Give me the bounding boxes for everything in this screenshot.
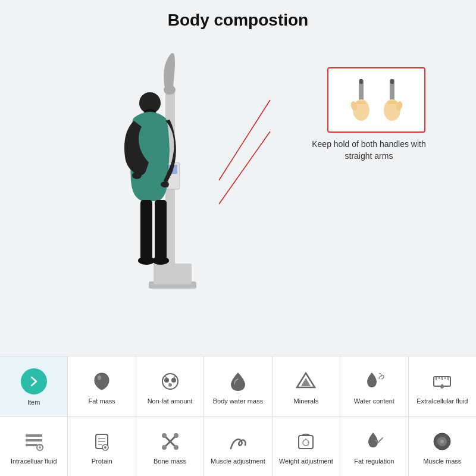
svg-point-60 [162,433,167,438]
menu-item-muscle-mass[interactable]: Muscle mass [409,416,476,476]
svg-rect-64 [299,436,313,449]
non-fat-icon [158,369,182,393]
svg-point-18 [152,256,169,265]
svg-rect-23 [356,101,366,104]
fat-mass-label: Fat mass [89,397,115,405]
extralcellular-icon [430,369,454,393]
protain-icon [90,430,114,453]
menu-item-intracelluar[interactable]: Intracelluar fluid [0,416,68,476]
svg-point-13 [132,172,142,179]
menu-item-minerals[interactable]: Minerals [273,356,340,416]
person-illustration [113,43,220,323]
muscle-mass-icon [430,430,454,453]
intracelluar-icon [22,430,46,453]
instruction-text: Keep hold of both handles with straight … [309,139,428,162]
page: Body compostion [0,0,476,476]
main-area: Keep hold of both handles with straight … [0,35,476,356]
bottom-menus: Item Fat mass [0,356,476,476]
svg-point-70 [440,440,444,443]
muscle-adj-label: Muscle adjustment [211,457,265,465]
svg-point-29 [98,375,101,380]
svg-line-0 [219,100,270,180]
menu-row-1: Item Fat mass [0,356,476,416]
svg-point-61 [174,433,178,438]
menu-item-bone-mass[interactable]: Bone mass [136,416,204,476]
menu-item-non-fat[interactable]: Non-fat amount [136,356,204,416]
handle-left [350,79,372,121]
weight-adj-icon [294,430,318,453]
svg-rect-15 [140,200,152,259]
menu-item-fat-mass[interactable]: Fat mass [68,356,136,416]
zoom-box [327,67,425,133]
header: Body compostion [0,0,476,35]
water-content-label: Water content [354,397,394,405]
menu-item-water-content[interactable]: Water content [340,356,408,416]
svg-rect-28 [387,101,397,104]
active-circle [21,368,47,394]
svg-point-14 [161,181,169,187]
fat-reg-label: Fat regulation [354,457,394,465]
svg-point-32 [171,378,176,383]
page-title: Body compostion [0,11,476,30]
menu-item-body-water[interactable]: Body water mass [204,356,272,416]
svg-line-35 [174,376,176,378]
body-water-icon [226,369,250,393]
menu-item-weight-adj[interactable]: Weight adjustment [273,416,340,476]
svg-point-17 [138,256,155,265]
svg-point-5 [164,85,176,95]
svg-line-1 [219,131,270,204]
protain-label: Protain [92,457,112,465]
muscle-mass-label: Muscle mass [423,457,461,465]
non-fat-label: Non-fat amount [148,397,193,405]
svg-point-62 [162,445,167,450]
svg-rect-20 [359,79,363,84]
bone-mass-label: Bone mass [154,457,186,465]
svg-point-33 [168,383,172,387]
menu-row-2: Intracelluar fluid Protain [0,416,476,476]
svg-rect-3 [154,264,192,284]
svg-rect-25 [390,79,394,84]
svg-rect-44 [26,434,42,437]
menu-item-extralcellular[interactable]: Extralcellular fluid [409,356,476,416]
muscle-adj-icon [226,430,250,453]
weight-adj-label: Weight adjustment [279,457,333,465]
water-content-icon [362,369,386,393]
minerals-label: Minerals [294,397,319,405]
intracelluar-label: Intracelluar fluid [11,457,57,465]
menu-item-item[interactable]: Item [0,356,68,416]
fat-mass-icon [90,369,114,393]
bone-mass-icon [158,430,182,453]
extralcellular-label: Extralcellular fluid [416,397,468,405]
svg-rect-16 [155,200,167,259]
menu-item-muscle-adj[interactable]: Muscle adjustment [204,416,272,476]
item-label: Item [27,398,40,406]
svg-rect-46 [26,444,37,446]
svg-line-34 [165,376,167,378]
svg-point-31 [164,378,169,383]
fat-reg-icon [362,430,386,453]
handle-right [381,79,403,121]
menu-item-fat-reg[interactable]: Fat regulation [340,416,408,476]
body-water-label: Body water mass [213,397,263,405]
minerals-icon [294,369,318,393]
menu-item-protain[interactable]: Protain [68,416,136,476]
svg-rect-45 [26,439,42,441]
svg-point-63 [174,445,178,450]
